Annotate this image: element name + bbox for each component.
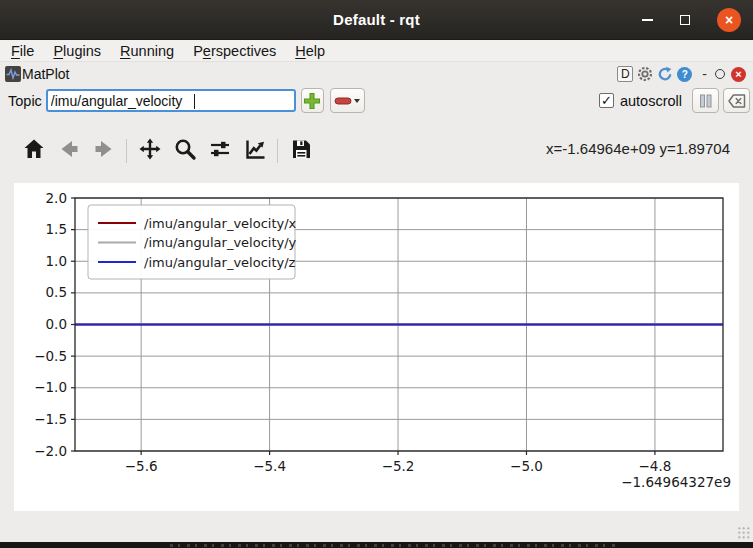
home-icon xyxy=(22,137,46,165)
settings-gear-icon[interactable] xyxy=(637,66,653,82)
svg-text:/imu/angular_velocity/z: /imu/angular_velocity/z xyxy=(144,255,296,270)
svg-text:2.0: 2.0 xyxy=(46,190,67,206)
svg-text:/imu/angular_velocity/x: /imu/angular_velocity/x xyxy=(144,216,297,231)
legend: /imu/angular_velocity/x/imu/angular_velo… xyxy=(88,205,297,279)
titlebar: Default - rqt × xyxy=(0,0,753,40)
window-title: Default - rqt xyxy=(333,11,420,28)
topic-input-wrap xyxy=(46,89,296,112)
cursor-coordinates: x=-1.64964e+09 y=1.89704 xyxy=(546,140,730,157)
add-topic-button[interactable] xyxy=(301,88,324,113)
menu-item-perspectives[interactable]: Perspectives xyxy=(193,43,276,59)
svg-text:−2.0: −2.0 xyxy=(34,443,67,459)
close-plugin-button[interactable]: × xyxy=(731,67,746,82)
svg-text:−1.0: −1.0 xyxy=(34,379,67,395)
dock-controls: D ? - × xyxy=(617,66,746,82)
axes-edit-button[interactable] xyxy=(241,137,268,165)
menu-item-file[interactable]: File xyxy=(11,43,34,59)
remove-topic-button[interactable] xyxy=(330,88,365,113)
svg-text:−4.8: −4.8 xyxy=(639,458,672,474)
plus-icon xyxy=(303,92,321,110)
collapse-minus-button[interactable]: - xyxy=(702,69,707,79)
pause-button[interactable] xyxy=(692,88,719,113)
text-caret xyxy=(194,94,196,109)
back-button[interactable] xyxy=(55,137,82,165)
angular-velocity-plot[interactable]: −5.6−5.4−5.2−5.0−4.82.01.51.00.50.0−0.5−… xyxy=(14,183,739,511)
minimize-icon[interactable] xyxy=(642,19,653,21)
close-icon[interactable]: × xyxy=(717,8,741,32)
pan-button[interactable] xyxy=(136,137,163,165)
menu-item-help[interactable]: Help xyxy=(295,43,325,59)
chevron-down-icon xyxy=(354,99,360,103)
menu-item-running[interactable]: Running xyxy=(120,43,174,59)
pause-icon xyxy=(699,94,713,108)
svg-text:0.0: 0.0 xyxy=(46,316,67,332)
svg-text:/imu/angular_velocity/y: /imu/angular_velocity/y xyxy=(144,235,297,250)
matplot-plugin-icon xyxy=(5,66,21,82)
save-icon xyxy=(289,137,313,165)
toolbar-separator xyxy=(126,139,127,163)
forward-icon xyxy=(92,137,116,165)
zoom-button[interactable] xyxy=(171,137,198,165)
clear-button[interactable] xyxy=(723,88,750,113)
subplots-icon xyxy=(208,137,232,165)
svg-text:0.5: 0.5 xyxy=(46,284,67,300)
save-button[interactable] xyxy=(287,137,314,165)
rqt-window: Default - rqt × FilePluginsRunningPerspe… xyxy=(0,0,753,548)
subplots-button[interactable] xyxy=(206,137,233,165)
reload-icon[interactable] xyxy=(657,66,673,82)
home-button[interactable] xyxy=(20,137,47,165)
svg-text:−1.64964327e9: −1.64964327e9 xyxy=(621,474,731,490)
topic-label: Topic xyxy=(8,93,42,109)
forward-button[interactable] xyxy=(90,137,117,165)
autoscroll-checkbox[interactable]: ✓ xyxy=(599,93,614,108)
maximize-icon[interactable] xyxy=(680,15,690,25)
topic-row: Topic ✓ autoscroll xyxy=(0,86,753,115)
svg-text:−5.6: −5.6 xyxy=(125,458,158,474)
background-terminal-strip xyxy=(0,542,753,548)
topic-input[interactable] xyxy=(48,91,294,110)
toolbar-separator xyxy=(277,139,278,163)
plugin-title: MatPlot xyxy=(22,66,69,82)
zoom-icon xyxy=(173,137,197,165)
pan-icon xyxy=(138,137,162,165)
mpl-toolbar xyxy=(20,137,314,165)
float-circle-button[interactable] xyxy=(715,69,725,79)
svg-text:−5.0: −5.0 xyxy=(510,458,543,474)
svg-text:−5.2: −5.2 xyxy=(382,458,415,474)
back-icon xyxy=(57,137,81,165)
help-icon[interactable]: ? xyxy=(677,67,692,82)
svg-text:−5.4: −5.4 xyxy=(253,458,286,474)
window-controls: × xyxy=(642,0,741,40)
plugin-titlebar: MatPlot D ? - × xyxy=(0,62,753,86)
menu-item-plugins[interactable]: Plugins xyxy=(53,43,101,59)
svg-text:−0.5: −0.5 xyxy=(34,348,67,364)
resize-grip[interactable] xyxy=(737,526,750,539)
dock-d-button[interactable]: D xyxy=(617,66,633,82)
axes-edit-icon xyxy=(243,137,267,165)
svg-text:1.0: 1.0 xyxy=(46,253,67,269)
mpl-toolbar-row: x=-1.64964e+09 y=1.89704 xyxy=(0,115,753,183)
backspace-clear-icon xyxy=(728,94,746,108)
svg-text:1.5: 1.5 xyxy=(46,221,67,237)
autoscroll-label: autoscroll xyxy=(620,93,682,109)
minus-icon xyxy=(334,97,352,105)
menubar: FilePluginsRunningPerspectivesHelp xyxy=(0,40,753,62)
plot-canvas[interactable]: −5.6−5.4−5.2−5.0−4.82.01.51.00.50.0−0.5−… xyxy=(14,183,739,511)
svg-text:−1.5: −1.5 xyxy=(34,411,67,427)
autoscroll-cluster: ✓ autoscroll xyxy=(599,88,750,113)
